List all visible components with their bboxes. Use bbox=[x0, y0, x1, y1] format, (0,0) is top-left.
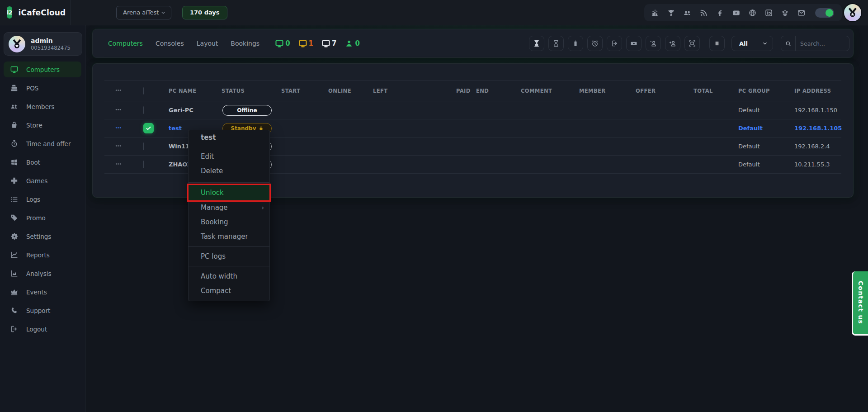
row-checkbox-checked[interactable] bbox=[143, 123, 154, 133]
banknote-icon bbox=[630, 39, 638, 47]
search-button[interactable] bbox=[781, 36, 796, 51]
sidebar-item-reports[interactable]: Reports bbox=[4, 247, 81, 263]
members-icon[interactable] bbox=[683, 9, 692, 17]
monitor-icon bbox=[10, 65, 19, 74]
member-star-button[interactable] bbox=[646, 36, 661, 51]
menu-item-manage[interactable]: Manage› bbox=[189, 200, 269, 215]
tab-computers[interactable]: Computers bbox=[108, 40, 143, 47]
select-all-checkbox[interactable] bbox=[143, 87, 144, 95]
pause-icon bbox=[713, 39, 721, 47]
menu-item-edit[interactable]: Edit bbox=[189, 149, 269, 164]
search-input[interactable] bbox=[796, 36, 849, 51]
trophy-icon[interactable] bbox=[667, 9, 675, 17]
topbar-icon-group bbox=[644, 4, 842, 21]
search-icon bbox=[785, 40, 792, 47]
hourglass-button[interactable] bbox=[548, 36, 564, 51]
pause-button[interactable] bbox=[709, 36, 725, 51]
row-actions-icon[interactable] bbox=[114, 160, 123, 168]
pc-name[interactable]: Geri-PC bbox=[169, 107, 222, 114]
globe-icon[interactable] bbox=[748, 9, 757, 17]
row-actions-icon[interactable] bbox=[114, 123, 123, 132]
cash-button[interactable] bbox=[626, 36, 642, 51]
contact-us-tab[interactable]: Contact us bbox=[852, 271, 868, 336]
tab-bookings[interactable]: Bookings bbox=[231, 40, 259, 47]
table-row[interactable]: Geri-PC Offline Default 192.168.1.150 bbox=[104, 101, 841, 119]
shopping-bag-icon bbox=[10, 121, 19, 129]
menu-item-task-manager[interactable]: Task manager bbox=[189, 229, 269, 244]
hourglass-filled-icon bbox=[533, 39, 541, 47]
gear-icon bbox=[10, 232, 19, 241]
context-menu-title: test bbox=[189, 130, 269, 145]
row-checkbox[interactable] bbox=[143, 142, 144, 150]
layers-icon[interactable] bbox=[781, 9, 789, 17]
pc-group: Default bbox=[738, 107, 794, 114]
topbar-brand-section: i2 iCafeCloud bbox=[0, 0, 71, 25]
brand-name: iCafeCloud bbox=[19, 8, 66, 17]
menu-item-unlock-highlighted[interactable]: Unlock bbox=[189, 185, 269, 200]
venue-selector[interactable]: Arena aiTest bbox=[116, 6, 171, 19]
sidebar-item-pos[interactable]: POS bbox=[4, 80, 81, 96]
sidebar-avatar bbox=[9, 36, 25, 52]
row-checkbox[interactable] bbox=[143, 106, 144, 114]
license-days-badge[interactable]: 170 days bbox=[182, 6, 227, 19]
sidebar-item-settings[interactable]: Settings bbox=[4, 228, 81, 244]
sidebar-item-time-and-offer[interactable]: Time and offer bbox=[4, 136, 81, 152]
menu-item-auto-width[interactable]: Auto width bbox=[189, 269, 269, 284]
sidebar-item-promo[interactable]: Promo bbox=[4, 210, 81, 226]
windows-icon bbox=[10, 158, 19, 166]
gamepad-icon bbox=[10, 176, 19, 185]
row-actions-icon[interactable] bbox=[114, 142, 123, 150]
col-pc-name: PC NAME bbox=[169, 88, 222, 94]
sidebar-item-computers[interactable]: Computers bbox=[4, 62, 81, 77]
sidebar-item-support[interactable]: Support bbox=[4, 303, 81, 318]
alarm-button[interactable] bbox=[587, 36, 603, 51]
row-actions-icon[interactable] bbox=[114, 105, 123, 114]
tag-icon bbox=[10, 213, 19, 222]
counter-members-online: 0 bbox=[344, 39, 359, 48]
menu-item-booking[interactable]: Booking bbox=[189, 215, 269, 229]
rss-icon[interactable] bbox=[699, 9, 708, 17]
tab-layout[interactable]: Layout bbox=[197, 40, 218, 47]
row-actions-header-icon[interactable] bbox=[114, 86, 123, 95]
platinum-medal-icon bbox=[846, 6, 859, 19]
user-avatar-platinum[interactable] bbox=[843, 3, 862, 22]
col-member: MEMBER bbox=[579, 88, 636, 94]
row-checkbox[interactable] bbox=[143, 161, 144, 168]
mail-icon[interactable] bbox=[797, 9, 806, 17]
screenshot-button[interactable] bbox=[684, 36, 700, 51]
add-member-button[interactable] bbox=[665, 36, 680, 51]
facebook-icon[interactable] bbox=[716, 9, 724, 17]
hourglass-filled-button[interactable] bbox=[529, 36, 544, 51]
toolbar-actions: All bbox=[529, 36, 849, 51]
col-online: ONLINE bbox=[328, 88, 373, 94]
battery-button[interactable] bbox=[568, 36, 583, 51]
icafe-card-icon[interactable] bbox=[764, 9, 773, 17]
user-name: admin bbox=[31, 37, 71, 45]
checkout-button[interactable] bbox=[607, 36, 622, 51]
sidebar-item-store[interactable]: Store bbox=[4, 117, 81, 133]
sidebar-item-boot[interactable]: Boot bbox=[4, 154, 81, 170]
sidebar-item-events[interactable]: Events bbox=[4, 284, 81, 300]
menu-item-delete[interactable]: Delete bbox=[189, 164, 269, 178]
notifications-toggle[interactable] bbox=[815, 8, 834, 18]
monitor-white-icon bbox=[321, 39, 330, 48]
battery-icon bbox=[571, 39, 580, 47]
sidebar-user-card[interactable]: admin 005193482475 bbox=[4, 32, 82, 56]
counter-pcs-offline: 7 bbox=[321, 39, 336, 48]
youtube-icon[interactable] bbox=[732, 9, 741, 17]
stopwatch-icon bbox=[10, 139, 19, 148]
menu-item-pc-logs[interactable]: PC logs bbox=[189, 249, 269, 264]
ranking-icon[interactable] bbox=[651, 9, 659, 17]
sidebar-item-logout[interactable]: Logout bbox=[4, 321, 81, 337]
tab-consoles[interactable]: Consoles bbox=[156, 40, 184, 47]
monitor-green-icon bbox=[275, 39, 284, 48]
pc-group: Default bbox=[738, 143, 794, 150]
filter-select[interactable]: All bbox=[731, 36, 773, 51]
sign-out-icon bbox=[610, 39, 618, 47]
sidebar-item-logs[interactable]: Logs bbox=[4, 191, 81, 207]
sidebar-item-analysis[interactable]: Analysis bbox=[4, 265, 81, 281]
sidebar-item-games[interactable]: Games bbox=[4, 173, 81, 189]
ip-address: 192.168.1.105 bbox=[794, 125, 841, 132]
sidebar-item-members[interactable]: Members bbox=[4, 99, 81, 114]
menu-item-compact[interactable]: Compact bbox=[189, 284, 269, 298]
